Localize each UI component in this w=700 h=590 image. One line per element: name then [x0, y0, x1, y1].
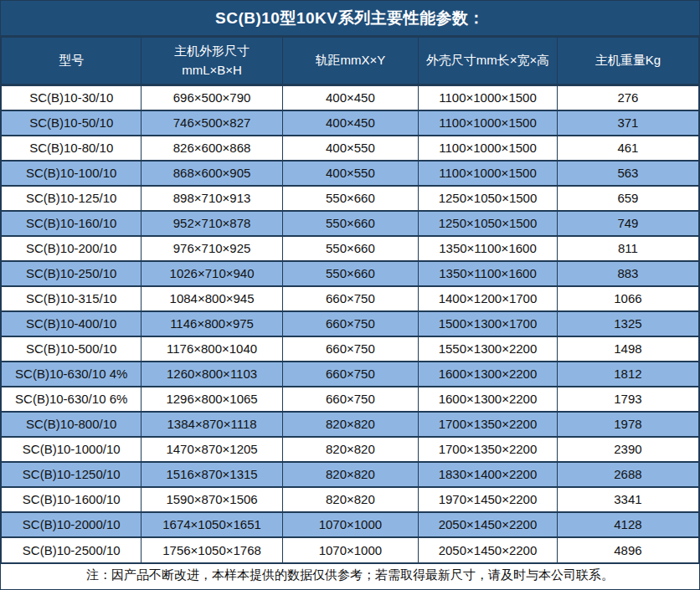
table-cell: 1500×1300×1700: [419, 311, 558, 336]
table-cell: 1070×1000: [282, 537, 418, 562]
table-cell: SC(B)10-630/10 6%: [2, 387, 142, 412]
table-cell: 1498: [557, 336, 698, 362]
table-cell: 1146×800×975: [142, 311, 282, 336]
footer-note: 注：因产品不断改进，本样本提供的数据仅供参考；若需取得最新尺寸，请及时与本公司联…: [1, 562, 699, 587]
table-cell: SC(B)10-630/10 4%: [2, 362, 142, 387]
table-cell: 1812: [557, 362, 698, 387]
table-cell: 3341: [557, 487, 698, 512]
table-cell: 1100×1000×1500: [419, 110, 558, 136]
table-row: SC(B)10-630/10 6%1296×800×1065660×750160…: [2, 387, 699, 412]
table-cell: SC(B)10-200/10: [2, 236, 142, 261]
table-cell: 696×500×790: [142, 85, 282, 110]
table-cell: 976×710×925: [142, 236, 282, 261]
table-row: SC(B)10-1000/101470×870×1205820×8201700×…: [2, 437, 699, 462]
table-cell: 1250×1050×1500: [419, 186, 558, 211]
col-header-main-dimensions: 主机外形尺寸 mmL×B×H: [142, 38, 282, 85]
table-cell: 746×500×827: [142, 110, 282, 136]
table-cell: SC(B)10-800/10: [2, 412, 142, 437]
table-cell: 1400×1200×1700: [419, 286, 558, 311]
col-header-label: 型号: [2, 51, 141, 70]
table-cell: 1674×1050×1651: [142, 512, 282, 537]
table-row: SC(B)10-50/10746×500×827400×4501100×1000…: [2, 110, 699, 136]
table-cell: 1700×1350×2200: [419, 437, 558, 462]
table-cell: 1100×1000×1500: [419, 161, 558, 186]
table-cell: 461: [557, 136, 698, 161]
table-cell: 660×750: [282, 311, 418, 336]
table-cell: 400×550: [282, 136, 418, 161]
table-cell: 1590×870×1506: [142, 487, 282, 512]
table-cell: SC(B)10-160/10: [2, 211, 142, 236]
table-cell: 749: [557, 211, 698, 236]
table-body: SC(B)10-30/10696×500×790400×4501100×1000…: [2, 85, 699, 562]
table-row: SC(B)10-250/101026×710×940550×6601350×11…: [2, 261, 699, 286]
col-header-weight: 主机重量Kg: [557, 38, 698, 85]
table-cell: 952×710×878: [142, 211, 282, 236]
col-header-sublabel: mmL×B×H: [142, 61, 281, 80]
table-cell: 1793: [557, 387, 698, 412]
table-cell: 550×660: [282, 186, 418, 211]
col-header-label: 主机重量Kg: [558, 51, 698, 70]
table-cell: 660×750: [282, 362, 418, 387]
table-cell: 276: [557, 85, 698, 110]
table-row: SC(B)10-2500/101756×1050×17681070×100020…: [2, 537, 699, 562]
table-cell: 400×550: [282, 161, 418, 186]
table-row: SC(B)10-200/10976×710×925550×6601350×110…: [2, 236, 699, 261]
table-cell: 868×600×905: [142, 161, 282, 186]
table-cell: SC(B)10-50/10: [2, 110, 142, 136]
table-cell: 1756×1050×1768: [142, 537, 282, 562]
table-cell: SC(B)10-2500/10: [2, 537, 142, 562]
table-cell: SC(B)10-1250/10: [2, 462, 142, 487]
col-header-rail-gauge: 轨距mmX×Y: [282, 38, 418, 85]
table-cell: 660×750: [282, 387, 418, 412]
table-cell: 4896: [557, 537, 698, 562]
table-row: SC(B)10-400/101146×800×975660×7501500×13…: [2, 311, 699, 336]
table-cell: SC(B)10-2000/10: [2, 512, 142, 537]
table-cell: SC(B)10-1000/10: [2, 437, 142, 462]
table-cell: SC(B)10-315/10: [2, 286, 142, 311]
table-row: SC(B)10-80/10826×600×868400×5501100×1000…: [2, 136, 699, 161]
table-cell: 1600×1300×2200: [419, 362, 558, 387]
table-cell: 1066: [557, 286, 698, 311]
table-cell: 811: [557, 236, 698, 261]
table-cell: 883: [557, 261, 698, 286]
table-cell: 2050×1450×2200: [419, 537, 558, 562]
table-row: SC(B)10-1250/101516×870×1315820×8201830×…: [2, 462, 699, 487]
table-cell: 4128: [557, 512, 698, 537]
table-cell: 1970×1450×2200: [419, 487, 558, 512]
table-cell: SC(B)10-100/10: [2, 161, 142, 186]
table-cell: 1384×870×1118: [142, 412, 282, 437]
table-row: SC(B)10-1600/101590×870×1506820×8201970×…: [2, 487, 699, 512]
table-cell: 826×600×868: [142, 136, 282, 161]
table-cell: 1250×1050×1500: [419, 211, 558, 236]
table-cell: 400×450: [282, 110, 418, 136]
table-cell: 2050×1450×2200: [419, 512, 558, 537]
table-cell: 1100×1000×1500: [419, 85, 558, 110]
table-cell: SC(B)10-1600/10: [2, 487, 142, 512]
table-row: SC(B)10-160/10952×710×878550×6601250×105…: [2, 211, 699, 236]
table-row: SC(B)10-125/10898×710×913550×6601250×105…: [2, 186, 699, 211]
col-header-label: 主机外形尺寸: [142, 42, 281, 61]
table-cell: 1600×1300×2200: [419, 387, 558, 412]
table-row: SC(B)10-100/10868×600×905400×5501100×100…: [2, 161, 699, 186]
col-header-model: 型号: [2, 38, 142, 85]
table-cell: 1260×800×1103: [142, 362, 282, 387]
table-cell: SC(B)10-500/10: [2, 336, 142, 362]
table-cell: SC(B)10-125/10: [2, 186, 142, 211]
table-cell: 550×660: [282, 211, 418, 236]
table-header: 型号 主机外形尺寸 mmL×B×H 轨距mmX×Y 外壳尺寸mm长×宽×高 主机…: [2, 38, 699, 85]
table-row: SC(B)10-500/101176×800×1040660×7501550×1…: [2, 336, 699, 362]
table-cell: 660×750: [282, 286, 418, 311]
table-cell: 820×820: [282, 487, 418, 512]
table-cell: SC(B)10-80/10: [2, 136, 142, 161]
table-cell: SC(B)10-250/10: [2, 261, 142, 286]
table-cell: 659: [557, 186, 698, 211]
table-cell: 1100×1000×1500: [419, 136, 558, 161]
table-cell: 660×750: [282, 336, 418, 362]
table-cell: 2390: [557, 437, 698, 462]
table-row: SC(B)10-30/10696×500×790400×4501100×1000…: [2, 85, 699, 110]
table-cell: 550×660: [282, 261, 418, 286]
table-cell: 1516×870×1315: [142, 462, 282, 487]
table-cell: 1296×800×1065: [142, 387, 282, 412]
col-header-label: 轨距mmX×Y: [283, 51, 418, 70]
table-cell: 550×660: [282, 236, 418, 261]
